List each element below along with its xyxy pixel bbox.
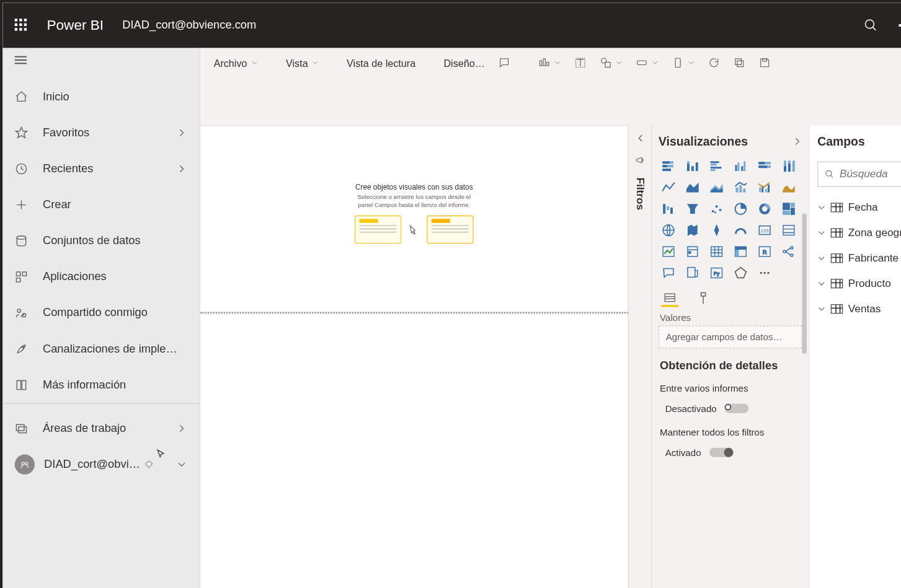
sidebar-item-recientes[interactable]: Recientes [2, 151, 200, 186]
field-table[interactable]: Fabricante [817, 245, 901, 271]
refresh-button[interactable] [703, 52, 726, 73]
menu-diseno[interactable]: Diseño… [438, 52, 490, 73]
sidebar-item-shared[interactable]: Compartido conmigo [2, 295, 200, 331]
menu-archivo[interactable]: Archivo [208, 52, 263, 73]
sidebar-item-label: Conjuntos de datos [43, 234, 141, 248]
svg-line-126 [831, 175, 833, 177]
viz-clustered-column-icon[interactable] [730, 157, 750, 175]
search-icon[interactable] [864, 18, 879, 33]
field-table[interactable]: Zona geográfica [817, 220, 901, 245]
field-table[interactable]: Producto [817, 271, 901, 296]
home-icon [15, 90, 29, 103]
sidebar-item-datasets[interactable]: Conjuntos de datos [2, 223, 200, 259]
viz-azure-map-icon[interactable] [706, 222, 726, 239]
viz-custom-icon[interactable] [730, 264, 750, 281]
clock-icon [15, 162, 29, 176]
svg-rect-51 [737, 162, 739, 171]
viz-line-column-icon[interactable] [730, 179, 750, 196]
svg-point-118 [763, 272, 765, 274]
viz-kpi-icon[interactable] [659, 243, 678, 260]
sidebar-item-pipelines[interactable]: Canalizaciones de imple… [2, 331, 200, 367]
field-label: Ventas [848, 303, 881, 315]
viz-waterfall-icon[interactable] [659, 200, 678, 217]
sidebar-item-workspaces[interactable]: Áreas de trabajo [2, 410, 200, 446]
sidebar-item-label: Recientes [43, 162, 93, 176]
field-table[interactable]: Ventas [817, 296, 901, 322]
explore-button[interactable] [533, 52, 566, 73]
field-table[interactable]: Fecha [817, 195, 901, 220]
svg-rect-59 [784, 166, 786, 172]
keep-filters-toggle[interactable] [709, 448, 733, 457]
viz-donut-icon[interactable] [755, 200, 775, 217]
sidebar-item-favoritos[interactable]: Favoritos [2, 115, 200, 151]
viz-decomposition-icon[interactable] [779, 243, 799, 260]
viz-clustered-bar-icon[interactable] [706, 157, 726, 175]
viz-python-icon[interactable]: Py [706, 264, 726, 281]
chevron-down-icon [312, 59, 319, 66]
viz-line-clustered-icon[interactable] [755, 179, 775, 196]
viz-filled-map-icon[interactable] [683, 222, 703, 239]
viz-funnel-icon[interactable] [683, 200, 703, 217]
chevron-down-icon [817, 203, 825, 211]
viz-gauge-icon[interactable] [730, 222, 750, 239]
more-icon[interactable] [897, 18, 901, 33]
sidebar-item-apps[interactable]: Aplicaciones [2, 259, 200, 295]
viz-area-icon[interactable] [683, 179, 703, 196]
sidebar-item-inicio[interactable]: Inicio [2, 79, 200, 115]
viz-key-influencers-icon[interactable] [683, 264, 703, 281]
svg-rect-23 [539, 61, 541, 66]
svg-rect-74 [667, 206, 669, 210]
svg-marker-6 [16, 127, 27, 138]
comment-button[interactable] [493, 52, 516, 73]
filters-panel-collapsed[interactable]: Filtros [628, 125, 651, 588]
sidebar-item-current-workspace[interactable]: DIAD_cort@obvi… [2, 447, 200, 483]
menu-vista[interactable]: Vista [280, 52, 324, 73]
sidebar-item-crear[interactable]: Crear [2, 187, 200, 223]
values-well[interactable]: Agregar campos de datos… [659, 326, 802, 349]
table-icon [831, 253, 843, 263]
report-canvas[interactable]: Cree objetos visuales con sus datos Sele… [200, 125, 628, 312]
viz-map-icon[interactable] [659, 222, 678, 239]
viz-stacked-bar-icon[interactable] [659, 157, 678, 175]
viz-line-icon[interactable] [659, 179, 678, 196]
viz-100-stacked-column-icon[interactable] [779, 157, 799, 175]
sidebar-item-learn[interactable]: Más información [2, 367, 200, 403]
cross-report-label: Entre varios informes [660, 383, 802, 393]
svg-point-77 [712, 210, 714, 213]
menu-vista-lectura[interactable]: Vista de lectura [341, 52, 420, 73]
viz-stacked-area-icon[interactable] [706, 179, 726, 196]
viz-100-stacked-bar-icon[interactable] [755, 157, 775, 175]
viz-r-icon[interactable]: R [755, 243, 775, 260]
cross-report-toggle[interactable] [725, 404, 749, 413]
search-input[interactable] [840, 168, 901, 180]
viz-pie-icon[interactable] [730, 200, 750, 217]
buttons-button[interactable] [631, 52, 664, 73]
viz-table-icon[interactable] [706, 243, 726, 260]
viz-multi-card-icon[interactable] [779, 222, 799, 239]
menu-toggle-icon[interactable] [15, 56, 27, 64]
shapes-button[interactable] [594, 52, 628, 73]
viz-treemap-icon[interactable] [779, 200, 799, 217]
account-label[interactable]: DIAD_cort@obvience.com [122, 19, 256, 32]
textbox-button[interactable] [569, 52, 592, 73]
viz-stacked-column-icon[interactable] [683, 157, 703, 175]
duplicate-button[interactable] [728, 52, 751, 73]
viz-ribbon-icon[interactable] [779, 179, 799, 196]
fields-tab[interactable] [661, 291, 678, 307]
viz-card-icon[interactable]: 123 [755, 222, 775, 239]
save-button[interactable] [753, 52, 776, 73]
viz-scatter-icon[interactable] [706, 200, 726, 217]
viz-matrix-icon[interactable] [730, 243, 750, 260]
viz-qna-icon[interactable] [659, 264, 678, 281]
viz-more-icon[interactable] [755, 264, 775, 281]
apps-icon [15, 270, 29, 284]
visual-button[interactable] [667, 52, 700, 73]
viz-slicer-icon[interactable] [683, 243, 703, 260]
canvas-lower[interactable] [200, 314, 628, 588]
fields-search[interactable] [817, 162, 901, 187]
format-tab[interactable] [695, 291, 712, 307]
textbox-icon [574, 57, 586, 69]
chevron-right-icon[interactable] [792, 137, 802, 146]
viz-scrollbar[interactable] [802, 214, 807, 354]
app-launcher-icon[interactable] [15, 19, 29, 32]
